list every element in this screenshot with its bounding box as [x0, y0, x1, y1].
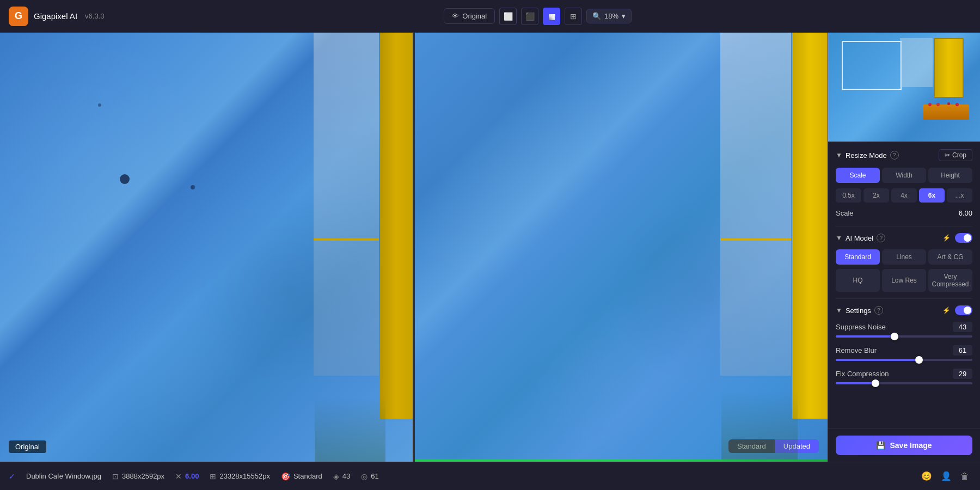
left-image-pane: Original [0, 33, 413, 462]
person-icon[interactable]: 👤 [939, 469, 954, 483]
blur-icon: ◎ [361, 472, 367, 481]
suppress-noise-label: Suppress Noise [836, 323, 886, 331]
ai-model-toggle[interactable] [955, 233, 972, 243]
width-mode-button[interactable]: Width [882, 168, 926, 183]
panel-settings: ▼ Resize Mode ? ✂ Crop Scale Width Heigh… [828, 142, 980, 428]
scale-row: Scale 6.00 [836, 209, 972, 217]
zoom-icon: 🔍 [592, 12, 601, 20]
model-standard-button[interactable]: Standard [836, 249, 880, 265]
model-very-compressed-button[interactable]: Very Compressed [928, 269, 972, 292]
remove-blur-value: 61 [953, 345, 972, 356]
fix-compression-thumb[interactable] [872, 379, 879, 387]
canvas-area[interactable]: Original Standard Upd [0, 33, 828, 462]
suppress-noise-thumb[interactable] [891, 333, 898, 340]
remove-blur-fill [836, 359, 919, 361]
blur-stat-value: 61 [371, 472, 378, 480]
model-lines-button[interactable]: Lines [882, 249, 926, 265]
crop-icon: ✂ [945, 151, 950, 159]
zoom-control[interactable]: 🔍 18% ▾ [586, 9, 632, 23]
remove-blur-track[interactable] [836, 359, 972, 361]
model-hq-button[interactable]: HQ [836, 269, 880, 292]
ai-model-chevron-icon[interactable]: ▼ [836, 234, 842, 242]
suppress-noise-control: Suppress Noise 43 [836, 322, 972, 338]
view-split-h-button[interactable]: ▦ [543, 8, 560, 25]
resize-mode-help-icon[interactable]: ? [890, 151, 899, 160]
remove-blur-thumb[interactable] [915, 356, 923, 364]
suppress-noise-fill [836, 335, 895, 338]
scale-2x-button[interactable]: 2x [863, 188, 889, 203]
remove-blur-label: Remove Blur [836, 346, 877, 354]
scale-preset-buttons: 0.5x 2x 4x 6x ...x [836, 188, 972, 203]
scale-stat-value: 6.00 [185, 472, 199, 480]
ai-model-help-icon[interactable]: ? [877, 234, 885, 242]
blur-stat: ◎ 61 [361, 472, 378, 481]
settings-chevron-icon[interactable]: ▼ [836, 307, 842, 314]
noise-stat: ◈ 43 [333, 472, 350, 481]
scale-custom-button[interactable]: ...x [947, 188, 972, 203]
original-size-value: 3888x2592px [122, 472, 164, 480]
face-happy-icon[interactable]: 😊 [919, 469, 934, 483]
scale-4x-button[interactable]: 4x [891, 188, 917, 203]
resize-mode-section-header: ▼ Resize Mode ? ✂ Crop [836, 149, 972, 161]
ai-model-title: AI Model [846, 234, 873, 242]
view-single-button[interactable]: ⬜ [499, 8, 517, 25]
noise-stat-value: 43 [342, 472, 350, 480]
save-image-button[interactable]: 💾 Save Image [836, 436, 972, 455]
model-low-res-button[interactable]: Low Res [882, 269, 926, 292]
settings-toggle[interactable] [955, 305, 972, 315]
thumbnail-area [828, 33, 980, 142]
view-quad-button[interactable]: ⊞ [565, 8, 582, 25]
scale-label: Scale [836, 209, 854, 217]
resize-mode-buttons: Scale Width Height [836, 168, 972, 183]
scale-6x-button[interactable]: 6x [919, 188, 945, 203]
image-size-icon: ⊡ [112, 472, 119, 481]
original-label: Original [9, 440, 46, 453]
fix-compression-track[interactable] [836, 382, 972, 384]
trash-icon[interactable]: 🗑 [958, 469, 971, 483]
fix-compression-fill [836, 382, 875, 384]
scale-0-5x-button[interactable]: 0.5x [836, 188, 861, 203]
chevron-down-icon: ▾ [622, 12, 626, 20]
logo-area: G Gigapixel AI v6.3.3 [9, 7, 104, 26]
image-container: Original Standard Upd [0, 33, 828, 462]
scale-icon: ✕ [175, 472, 182, 481]
fix-compression-label: Fix Compression [836, 370, 889, 378]
view-split-v-button[interactable]: ⬛ [521, 8, 538, 25]
right-image-pane: Standard Updated [415, 33, 828, 462]
settings-bolt-icon: ⚡ [942, 307, 951, 314]
checkmark-icon: ✓ [9, 472, 15, 481]
fix-compression-value: 29 [953, 369, 972, 379]
resize-chevron-icon[interactable]: ▼ [836, 151, 842, 159]
app-version: v6.3.3 [85, 12, 104, 20]
height-mode-button[interactable]: Height [928, 168, 972, 183]
divider-2 [836, 298, 972, 299]
thumbnail-selection [842, 41, 902, 90]
title-bar: G Gigapixel AI v6.3.3 👁 Original ⬜ ⬛ ▦ ⊞… [0, 0, 980, 33]
right-panel: ▼ Resize Mode ? ✂ Crop Scale Width Heigh… [828, 33, 980, 462]
thumbnail-image [828, 33, 980, 142]
scale-stat: ✕ 6.00 [175, 472, 199, 481]
scale-mode-button[interactable]: Scale [836, 168, 880, 183]
resize-mode-title: Resize Mode [846, 151, 887, 160]
app-logo: G [9, 7, 28, 26]
save-icon: 💾 [876, 441, 885, 450]
ai-model-row1: Standard Lines Art & CG [836, 249, 972, 265]
ai-model-section-header: ▼ AI Model ? ⚡ [836, 233, 972, 243]
main-area: Original Standard Upd [0, 33, 980, 462]
model-stat-value: Standard [293, 472, 322, 480]
original-button[interactable]: 👁 Original [444, 8, 495, 24]
remove-blur-control: Remove Blur 61 [836, 345, 972, 361]
original-size-stat: ⊡ 3888x2592px [112, 472, 164, 481]
model-stat: 🎯 Standard [281, 472, 322, 481]
settings-help-icon[interactable]: ? [874, 306, 883, 315]
suppress-noise-track[interactable] [836, 335, 972, 338]
model-art-cg-button[interactable]: Art & CG [928, 249, 972, 265]
zoom-value: 18% [604, 12, 618, 20]
pane-divider [413, 33, 415, 462]
output-size-value: 23328x15552px [219, 472, 270, 480]
save-area: 💾 Save Image [828, 428, 980, 462]
app-name: Gigapixel AI [34, 11, 77, 21]
filename: Dublin Cafe Window.jpg [26, 472, 101, 480]
crop-button[interactable]: ✂ Crop [939, 149, 972, 161]
bottom-actions: 😊 👤 🗑 [919, 469, 971, 483]
